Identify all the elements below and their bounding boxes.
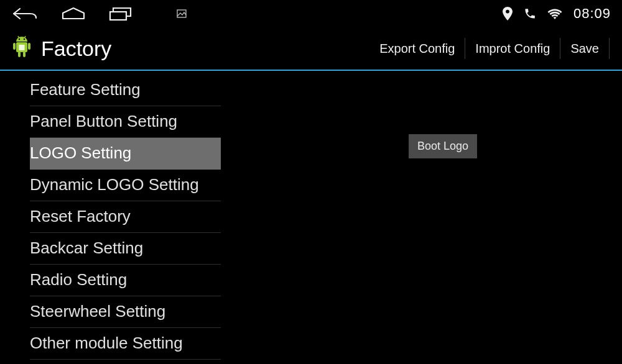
menu-item[interactable]: Feature Setting <box>30 75 221 106</box>
wifi-icon <box>547 7 562 20</box>
menu-item[interactable]: Steerwheel Setting <box>30 296 221 328</box>
settings-menu: Feature SettingPanel Button SettingLOGO … <box>0 71 221 364</box>
menu-item[interactable]: Panel Button Setting <box>30 106 221 138</box>
export-config-button[interactable]: Export Config <box>369 38 465 59</box>
save-button[interactable]: Save <box>560 38 609 59</box>
content: Feature SettingPanel Button SettingLOGO … <box>0 71 622 364</box>
boot-logo-button[interactable]: Boot Logo <box>409 134 477 158</box>
svg-point-10 <box>19 39 20 40</box>
menu-item[interactable]: Radio Setting <box>30 265 221 296</box>
menu-item[interactable]: LOGO Setting <box>30 138 221 170</box>
menu-item[interactable]: Customized Setting <box>30 360 221 364</box>
separator <box>609 38 610 59</box>
location-icon <box>503 7 513 20</box>
svg-rect-5 <box>28 43 30 50</box>
menu-item[interactable]: Backcar Setting <box>30 233 221 265</box>
svg-rect-7 <box>23 52 26 57</box>
home-icon[interactable] <box>61 7 86 20</box>
page-title: Factory <box>41 37 111 61</box>
menu-item[interactable]: Reset Factory <box>30 201 221 233</box>
menu-item[interactable]: Dynamic LOGO Setting <box>30 170 221 201</box>
svg-rect-12 <box>19 45 25 50</box>
svg-rect-4 <box>13 43 16 50</box>
action-bar: Export Config Improt Config Save <box>369 38 610 59</box>
clock: 08:09 <box>573 6 611 22</box>
back-icon[interactable] <box>11 6 39 21</box>
status-bar: 08:09 <box>0 0 622 27</box>
svg-rect-6 <box>18 52 21 57</box>
phone-icon <box>524 7 536 20</box>
status-icons: 08:09 <box>503 6 611 22</box>
svg-rect-1 <box>110 12 126 20</box>
import-config-button[interactable]: Improt Config <box>465 38 560 59</box>
recent-apps-icon[interactable] <box>108 6 133 21</box>
android-icon <box>11 35 32 61</box>
svg-point-11 <box>24 39 25 40</box>
title-bar: Factory Export Config Improt Config Save <box>0 27 622 71</box>
picture-icon <box>177 9 187 18</box>
detail-pane: Boot Logo <box>221 71 622 364</box>
nav-buttons <box>11 6 187 21</box>
menu-item[interactable]: Other module Setting <box>30 328 221 360</box>
